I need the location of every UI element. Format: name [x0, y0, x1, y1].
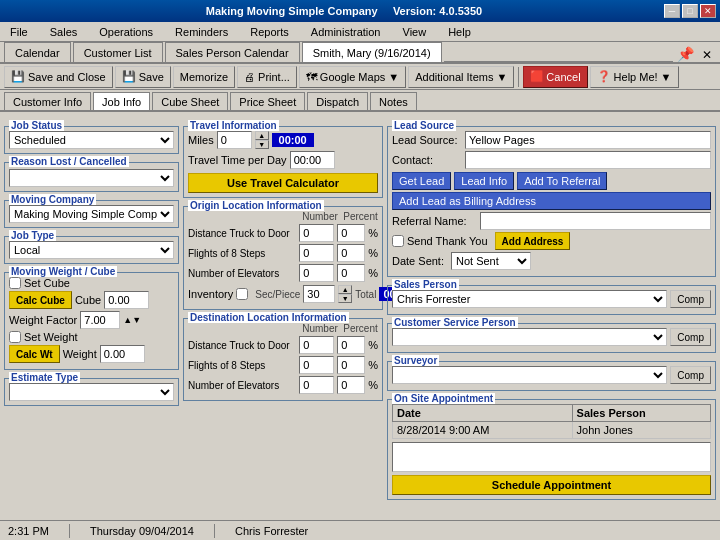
lead-info-button[interactable]: Lead Info	[454, 172, 514, 190]
origin-flights-input[interactable]	[299, 244, 334, 262]
moving-company-select[interactable]: Making Moving Simple Compan	[9, 205, 174, 223]
origin-distance-input[interactable]	[299, 224, 334, 242]
menu-help[interactable]: Help	[442, 24, 477, 40]
set-cube-checkbox[interactable]	[9, 277, 21, 289]
add-lead-billing-button[interactable]: Add Lead as Billing Address	[392, 192, 711, 210]
tab-pin[interactable]: 📌	[673, 46, 698, 62]
calc-cube-button[interactable]: Calc Cube	[9, 291, 72, 309]
tab-sales-person-calendar[interactable]: Sales Person Calendar	[165, 42, 300, 62]
origin-location-title: Origin Location Information	[188, 200, 324, 211]
date-sent-select[interactable]: Not Sent	[451, 252, 531, 270]
dest-distance-input[interactable]	[299, 336, 334, 354]
date-sent-label: Date Sent:	[392, 255, 444, 267]
schedule-appointment-button[interactable]: Schedule Appointment	[392, 475, 711, 495]
weight-factor-input[interactable]	[80, 311, 120, 329]
tab-cube-sheet[interactable]: Cube Sheet	[152, 92, 228, 110]
job-status-title: Job Status	[9, 120, 64, 131]
additional-items-button[interactable]: Additional Items ▼	[408, 66, 514, 88]
weight-factor-label: Weight Factor	[9, 314, 77, 326]
job-type-select[interactable]: Local	[9, 241, 174, 259]
moving-weight-title: Moving Weight / Cube	[9, 266, 117, 277]
miles-up-btn[interactable]: ▲	[255, 131, 269, 140]
on-site-title: On Site Appointment	[392, 393, 495, 404]
status-user: Chris Forrester	[235, 525, 308, 537]
sec-down-btn[interactable]: ▼	[338, 294, 352, 303]
status-time: 2:31 PM	[8, 525, 49, 537]
inventory-sec-input[interactable]	[303, 285, 335, 303]
sales-person-comp-button[interactable]: Comp	[670, 290, 711, 308]
status-date: Thursday 09/04/2014	[90, 525, 194, 537]
get-lead-button[interactable]: Get Lead	[392, 172, 451, 190]
tab-notes[interactable]: Notes	[370, 92, 417, 110]
appointment-salesperson-cell: John Jones	[572, 422, 710, 439]
miles-label: Miles	[188, 134, 214, 146]
add-address-button[interactable]: Add Address	[495, 232, 571, 250]
surveyor-select[interactable]	[392, 366, 667, 384]
weight-value-input[interactable]	[100, 345, 145, 363]
dest-number-header: Number	[300, 323, 340, 334]
travel-time-input[interactable]	[290, 151, 335, 169]
contact-input[interactable]	[465, 151, 711, 169]
menu-file[interactable]: File	[4, 24, 34, 40]
menu-operations[interactable]: Operations	[93, 24, 159, 40]
dest-flights-input[interactable]	[299, 356, 334, 374]
menu-reports[interactable]: Reports	[244, 24, 295, 40]
surveyor-comp-button[interactable]: Comp	[670, 366, 711, 384]
dest-elevators-input[interactable]	[299, 376, 334, 394]
sales-person-select[interactable]: Chris Forrester	[392, 290, 667, 308]
tab-job-info[interactable]: Job Info	[93, 92, 150, 110]
google-maps-button[interactable]: 🗺 Google Maps ▼	[299, 66, 406, 88]
close-button[interactable]: ✕	[700, 4, 716, 18]
estimate-type-select[interactable]	[9, 383, 174, 401]
menu-reminders[interactable]: Reminders	[169, 24, 234, 40]
origin-distance-pct[interactable]	[337, 224, 365, 242]
memorize-button[interactable]: Memorize	[173, 66, 235, 88]
add-to-referral-button[interactable]: Add To Referral	[517, 172, 607, 190]
customer-service-comp-button[interactable]: Comp	[670, 328, 711, 346]
date-header: Date	[393, 405, 573, 422]
miles-down-btn[interactable]: ▼	[255, 140, 269, 149]
tab-customer-info[interactable]: Customer Info	[4, 92, 91, 110]
window-controls[interactable]: ─ □ ✕	[664, 4, 716, 18]
cancel-button[interactable]: 🟥 Cancel	[523, 66, 587, 88]
menu-administration[interactable]: Administration	[305, 24, 387, 40]
tab-customer-list[interactable]: Customer List	[73, 42, 163, 62]
tab-dispatch[interactable]: Dispatch	[307, 92, 368, 110]
print-button[interactable]: 🖨 Print...	[237, 66, 297, 88]
origin-elevators-input[interactable]	[299, 264, 334, 282]
menu-view[interactable]: View	[397, 24, 433, 40]
save-close-button[interactable]: 💾 Save and Close	[4, 66, 113, 88]
tab-price-sheet[interactable]: Price Sheet	[230, 92, 305, 110]
tab-close-x[interactable]: ✕	[698, 48, 716, 62]
save-close-icon: 💾	[11, 70, 25, 83]
job-status-select[interactable]: Scheduled	[9, 131, 174, 149]
miles-input[interactable]	[217, 131, 252, 149]
app-title: Making Moving Simple Company Version: 4.…	[24, 5, 664, 17]
dest-elevators-pct[interactable]	[337, 376, 365, 394]
help-button[interactable]: ❓ Help Me! ▼	[590, 66, 679, 88]
sec-up-btn[interactable]: ▲	[338, 285, 352, 294]
menu-sales[interactable]: Sales	[44, 24, 84, 40]
minimize-button[interactable]: ─	[664, 4, 680, 18]
set-cube-label: Set Cube	[24, 277, 70, 289]
origin-elevators-pct[interactable]	[337, 264, 365, 282]
save-button[interactable]: 💾 Save	[115, 66, 171, 88]
customer-service-select[interactable]	[392, 328, 667, 346]
send-thank-you-checkbox[interactable]	[392, 235, 404, 247]
origin-flights-pct[interactable]	[337, 244, 365, 262]
sales-person-group: Sales Person Chris Forrester Comp	[387, 285, 716, 315]
dest-flights-pct[interactable]	[337, 356, 365, 374]
referral-name-input[interactable]	[480, 212, 711, 230]
tab-calendar[interactable]: Calendar	[4, 42, 71, 62]
inventory-checkbox-label: Inventory	[188, 288, 233, 300]
inventory-checkbox[interactable]	[236, 288, 248, 300]
set-weight-checkbox[interactable]	[9, 331, 21, 343]
cube-value-input[interactable]	[104, 291, 149, 309]
dest-distance-pct[interactable]	[337, 336, 365, 354]
reason-lost-select[interactable]	[9, 169, 174, 187]
use-travel-calculator-button[interactable]: Use Travel Calculator	[188, 173, 378, 193]
lead-source-input[interactable]	[465, 131, 711, 149]
restore-button[interactable]: □	[682, 4, 698, 18]
tab-smith[interactable]: Smith, Mary (9/16/2014)	[302, 42, 442, 62]
calc-wt-button[interactable]: Calc Wt	[9, 345, 60, 363]
